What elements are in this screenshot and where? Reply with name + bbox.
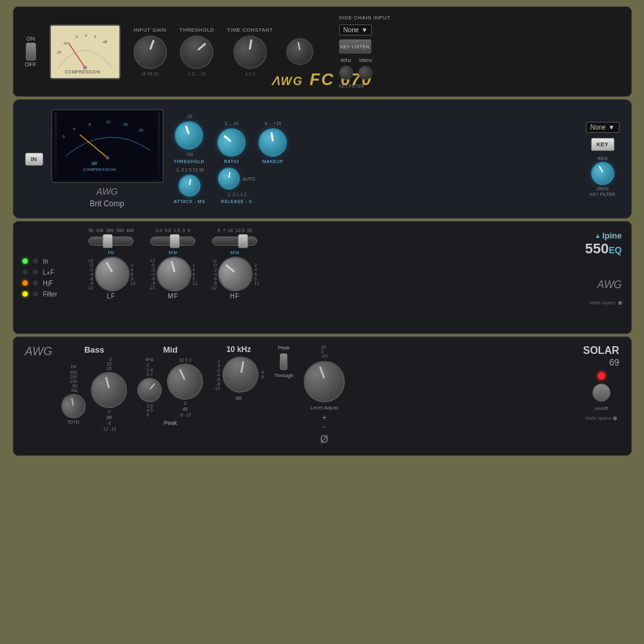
svg-text:COMPRESSION: COMPRESSION [64,70,100,74]
hi-db-area: 2 0 -2 -4 -6 -8 -10 4 8 [213,356,264,393]
bc-none-label: None [590,124,606,131]
led-hf [23,280,28,286]
key-listen-button[interactable]: KEY LISTEN [339,39,371,54]
input-gain-knob[interactable] [133,35,167,69]
mid-section: Mid kHz 2 1.4 0.7 3.5 4.5 6 [137,345,203,426]
state-space-row: state space [590,300,622,306]
peak-through-section: Peak Through [274,345,293,378]
bass-freq-values: 300 200 100 60 flat [70,370,77,393]
release-knob-row: AUTO [218,168,255,190]
lf-db-scale-left: +2 O -2 -4 -6 -9 -12 [87,259,93,290]
svg-text:5: 5 [94,35,96,39]
comp-meter-container: 0 4 8 12 16 20 dB COMPRES [51,109,164,209]
britcomp-left: IN 0 4 8 12 16 20 [25,109,164,209]
hf-eq-knob[interactable] [213,251,258,296]
bc-makeup-knob[interactable] [257,126,289,159]
britcomp-knobs-area: -20 +20 THRESHOLD 2 ... 10 RATIO 0 ... +… [174,114,576,204]
mid-label: Mid [163,345,177,355]
mid-db-knob[interactable] [164,360,206,402]
svg-text:-10: -10 [62,41,67,44]
mf-unit: kHz [168,249,177,255]
led-filter [23,291,28,297]
bc-attack-knob[interactable] [179,175,200,197]
state-space-dot [618,301,622,305]
bass-db-zero: 0 [108,409,110,414]
lf-freq-scale: 50 100 200 300 400 [88,228,134,233]
mf-freq-scale: 0.4 0.8 1.5 3 5 [156,228,190,233]
svg-text:20: 20 [139,128,143,132]
through-label: Through [274,373,293,378]
led-in2 [33,259,38,264]
hf-band: 5 7 10 12.5 15 kHz +2 O -2 [210,228,259,300]
level-adjust-knob[interactable] [304,361,345,402]
svg-point-18 [106,156,109,159]
mid-db-zero: 0 [184,401,186,405]
alpine550-plugin: In L∧F H∫F Filter 50 100 200 [13,221,632,334]
mf-freq-slider-handle[interactable] [170,234,180,248]
svg-text:-5: -5 [74,35,77,39]
svg-text:0: 0 [63,134,65,139]
vu-meter: -20 -10 -5 0 5 dB COMPRESSION [50,24,121,79]
bc-threshold-knob[interactable] [175,121,203,150]
bass-db-knob[interactable] [91,372,127,408]
lf-freq-slider-handle[interactable] [102,234,113,248]
threshold-scale: 1 2 ... 10 [188,72,206,76]
fc670-extra-knob[interactable] [286,38,313,65]
mf-band: 0.4 0.8 1.5 3 5 kHz +2 O -2 [148,228,197,300]
dropdown-arrow-icon: ▼ [362,26,368,34]
hf-freq-slider-handle[interactable] [238,234,248,248]
mf-eq-knob[interactable] [152,253,195,295]
bc-release-knob[interactable] [218,168,240,190]
svg-text:0: 0 [85,34,87,37]
peak-through-toggle: Peak Through [274,345,293,378]
svg-text:12: 12 [106,119,110,124]
peak-through-switch[interactable] [280,353,288,370]
threshold-knob[interactable] [174,29,220,75]
mid-knobs: kHz 2 1.4 0.7 3.5 4.5 6 [137,357,203,417]
threshold-knob-group: -20 +20 THRESHOLD [174,114,205,164]
led-row-hf: H∫F [23,280,81,287]
alpine-right-panel: ▲ lpine 550 EQ AWG state space [571,228,622,327]
time-constant-knob[interactable] [231,33,269,72]
bc-filter-knob[interactable] [591,162,614,185]
input-gain-scale: 16 18 20 [141,72,159,76]
hf-db-scale-right: 2 4 6 9 12 [254,263,259,286]
bass-freq-knob[interactable] [57,389,90,423]
alpine-mountain-icon: ▲ [594,232,601,239]
in-button[interactable]: IN [25,153,43,166]
solar-on-off-label: on/off [595,405,608,411]
lf-eq-knob[interactable] [95,257,130,291]
peak-label: Peak [164,420,177,426]
side-chain-value: None [344,26,359,34]
solar-on-off[interactable] [592,384,610,402]
alpine-logo: ▲ lpine [585,231,622,240]
hi-label: 10 kHz [226,345,251,354]
level-db-scale: 10 0 -20 [321,345,327,358]
led-in-label: In [43,258,48,265]
bc-freq-high: 16kHz [596,186,609,191]
mid-freq-bottom: 3.5 4.5 6 [146,404,153,417]
lf-db-area: +2 O -2 -4 -6 -9 -12 2 4 6 9 12 [87,257,136,291]
bc-dropdown-arrow: ▼ [609,124,615,131]
fc670-plugin: ON OFF -20 -10 -5 0 5 dB COMPRESSION INP… [13,6,632,97]
mf-db-area: +2 O -2 -4 -6 -9 -12 2 4 6 9 12 [148,257,197,291]
power-toggle[interactable] [26,43,36,61]
hi-db-knob[interactable] [217,351,264,398]
bc-ratio-knob[interactable] [212,123,251,162]
bc-none-dropdown[interactable]: None ▼ [586,122,620,133]
phi-symbol: Ø [320,434,328,445]
solar-brand: AWG [25,345,53,358]
hf-db-area: +2 O -2 -4 -6 -9 -12 2 4 6 9 12 [210,257,259,291]
led-filter2 [33,291,38,297]
bc-key-button[interactable]: KEY [591,138,614,151]
side-chain-dropdown[interactable]: None ▼ [339,24,373,35]
brit-name: Brit Comp [90,199,124,208]
mid-freq-knob[interactable] [134,375,166,406]
mid-db-area: 10 6 3 0 dB -6 -15 [167,358,203,417]
hf-freq-slider-track [212,237,257,246]
hi-section: 10 kHz 2 0 -2 -4 -6 -8 -10 4 8 dB [213,345,264,401]
britcomp-bottom-knobs: .1 .3 1 3 10 30 ATTACK - MS AUTO .1 .3 1… [174,168,576,204]
mid-db-label: dB [182,407,188,411]
key-filter-low-knob[interactable] [339,66,353,80]
key-filter-high-knob[interactable] [358,66,373,80]
